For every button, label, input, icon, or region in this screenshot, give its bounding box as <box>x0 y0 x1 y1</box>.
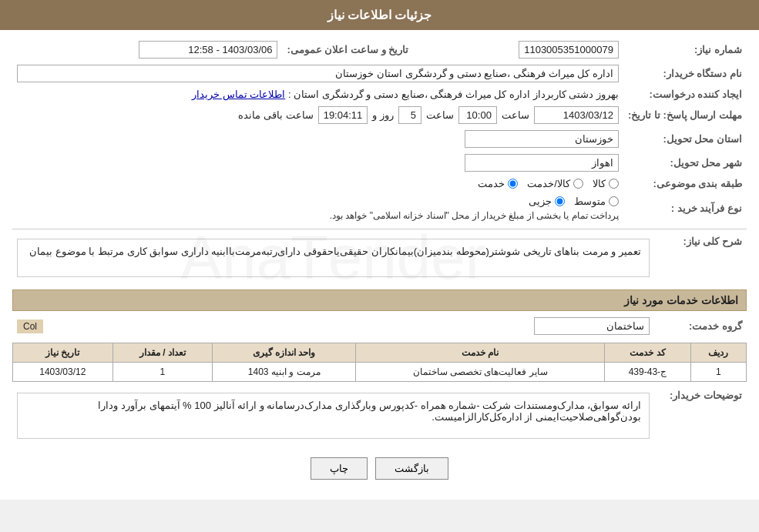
table-row: نام دستگاه خریدار: اداره کل میراث فرهنگی… <box>12 62 747 85</box>
description-label: شرح کلی نیاز: <box>654 233 747 283</box>
remaining-label: ساعت باقی مانده <box>238 109 313 121</box>
radio-khidmat[interactable] <box>508 179 518 189</box>
cell-name: سایر فعالیت‌های تخصصی ساختمان <box>356 363 605 382</box>
city-label: شهر محل تحویل: <box>623 151 747 175</box>
radio-kala[interactable] <box>609 179 619 189</box>
category-label: طبقه بندی موضوعی: <box>623 175 747 192</box>
and-label: روز و <box>372 109 394 121</box>
content-area: شماره نیاز: 1103005351000079 تاریخ و ساع… <box>0 30 759 500</box>
col-header-date: تاریخ نیاز <box>13 343 113 363</box>
description-box: AnaТender تعمیر و مرمت بناهای تاریخی شوش… <box>17 239 650 277</box>
col-header-row: ردیف <box>690 343 746 363</box>
radio-motevaset[interactable] <box>609 196 619 206</box>
col-header-code: کد خدمت <box>605 343 691 363</box>
cell-date: 1403/03/12 <box>13 363 113 382</box>
cell-qty: 1 <box>113 363 212 382</box>
days-value-label: ساعت <box>426 109 454 121</box>
province-label: استان محل تحویل: <box>623 127 747 151</box>
time-value: 10:00 <box>458 106 497 124</box>
days-value: 5 <box>398 106 421 124</box>
col-header-unit: واحد اندازه گیری <box>213 343 356 363</box>
radio-kala-label: کالا <box>593 178 606 189</box>
table-row: استان محل تحویل: خوزستان <box>12 127 747 151</box>
announce-value: 1403/03/06 - 12:58 <box>139 41 277 59</box>
divider-1 <box>12 229 747 229</box>
contact-link[interactable]: اطلاعات تماس خریدار <box>192 89 285 100</box>
remaining-time: 19:04:11 <box>318 106 368 124</box>
radio-kala-item[interactable]: کالا <box>593 178 619 189</box>
group-value: ساختمان <box>534 317 650 335</box>
table-row: 1 ج-43-439 سایر فعالیت‌های تخصصی ساختمان… <box>13 363 747 382</box>
purchase-type-label: نوع فرآیند خرید : <box>623 192 747 224</box>
radio-khidmat-item[interactable]: خدمت <box>478 178 518 189</box>
category-radio-group: کالا کالا/خدمت خدمت <box>17 178 619 189</box>
services-section-title: اطلاعات خدمات مورد نیاز <box>12 289 747 311</box>
send-date-label: مهلت ارسال پاسخ: تا تاریخ: <box>623 103 747 127</box>
radio-kala-khidmat-label: کالا/خدمت <box>527 178 570 189</box>
footer-buttons: بازگشت چاپ <box>12 457 747 480</box>
group-label: گروه خدمت: <box>654 314 747 338</box>
requester-value: اداره کل میراث فرهنگی ،صنایع دستی و گردش… <box>17 65 619 82</box>
creator-label: ایجاد کننده درخواست: <box>623 85 747 103</box>
services-table: ردیف کد خدمت نام خدمت واحد اندازه گیری ت… <box>12 343 747 382</box>
announce-label: تاریخ و ساعت اعلان عمومی: <box>282 38 424 62</box>
description-table: شرح کلی نیاز: AnaТender تعمیر و مرمت بنا… <box>12 233 747 283</box>
radio-khidmat-label: خدمت <box>478 178 505 189</box>
table-row: مهلت ارسال پاسخ: تا تاریخ: 1403/03/12 سا… <box>12 103 747 127</box>
col-header-qty: تعداد / مقدار <box>113 343 212 363</box>
services-info-table: گروه خدمت: ساختمان Col <box>12 314 747 338</box>
requester-label: نام دستگاه خریدار: <box>623 62 747 85</box>
need-number-label: شماره نیاز: <box>623 38 747 62</box>
radio-kala-khidmat[interactable] <box>573 179 583 189</box>
radio-jozi-label: جزیی <box>529 196 552 207</box>
table-row: توضیحات خریدار: ارائه سوابق، مدارک‌ومستن… <box>12 386 747 445</box>
services-table-head: ردیف کد خدمت نام خدمت واحد اندازه گیری ت… <box>13 343 747 363</box>
table-row: نوع فرآیند خرید : متوسط جزیی <box>12 192 747 224</box>
col-header-name: نام خدمت <box>356 343 605 363</box>
cell-row: 1 <box>690 363 746 382</box>
table-row: طبقه بندی موضوعی: کالا کالا/خدمت <box>12 175 747 192</box>
table-row: گروه خدمت: ساختمان Col <box>12 314 747 338</box>
purchase-note: پرداخت تمام یا بخشی از مبلغ خریدار از مح… <box>17 210 619 221</box>
buyer-description-content: ارائه سوابق، مدارک‌ومستندات شرکت -شماره … <box>98 400 641 423</box>
date-value: 1403/03/12 <box>534 106 619 124</box>
purchase-radio-group: متوسط جزیی <box>17 196 619 207</box>
watermark: AnaТender <box>181 223 486 293</box>
creator-value: بهروز دشتی کاربرداز اداره کل میراث فرهنگ… <box>288 89 619 100</box>
radio-motevaset-item[interactable]: متوسط <box>574 196 619 207</box>
print-button[interactable]: چاپ <box>311 457 368 480</box>
table-row: ردیف کد خدمت نام خدمت واحد اندازه گیری ت… <box>13 343 747 363</box>
table-row: شرح کلی نیاز: AnaТender تعمیر و مرمت بنا… <box>12 233 747 283</box>
radio-kala-khidmat-item[interactable]: کالا/خدمت <box>527 178 583 189</box>
days-label: ساعت <box>502 109 529 121</box>
description-content: تعمیر و مرمت بناهای تاریخی شوشتر(محوطه ب… <box>29 246 641 257</box>
page-title: جزئیات اطلاعات نیاز <box>327 8 432 22</box>
radio-jozi[interactable] <box>555 196 565 206</box>
cell-code: ج-43-439 <box>605 363 691 382</box>
radio-motevaset-label: متوسط <box>574 196 606 207</box>
buyer-desc-table: توضیحات خریدار: ارائه سوابق، مدارک‌ومستن… <box>12 386 747 445</box>
col-badge: Col <box>17 320 43 333</box>
radio-jozi-item[interactable]: جزیی <box>529 196 565 207</box>
back-button[interactable]: بازگشت <box>375 457 448 480</box>
province-value: خوزستان <box>465 130 619 148</box>
page-wrapper: جزئیات اطلاعات نیاز شماره نیاز: 11030053… <box>0 0 759 500</box>
info-table: شماره نیاز: 1103005351000079 تاریخ و ساع… <box>12 38 747 224</box>
table-row: ایجاد کننده درخواست: بهروز دشتی کاربرداز… <box>12 85 747 103</box>
buyer-description-box: ارائه سوابق، مدارک‌ومستندات شرکت -شماره … <box>17 393 650 439</box>
table-row: شهر محل تحویل: اهواز <box>12 151 747 175</box>
services-table-body: 1 ج-43-439 سایر فعالیت‌های تخصصی ساختمان… <box>13 363 747 382</box>
page-header: جزئیات اطلاعات نیاز <box>0 0 759 30</box>
buyer-desc-label: توضیحات خریدار: <box>654 386 747 445</box>
city-value: اهواز <box>465 154 619 172</box>
cell-unit: مرمت و ابنیه 1403 <box>213 363 356 382</box>
table-row: شماره نیاز: 1103005351000079 تاریخ و ساع… <box>12 38 747 62</box>
need-number-value: 1103005351000079 <box>519 41 619 59</box>
